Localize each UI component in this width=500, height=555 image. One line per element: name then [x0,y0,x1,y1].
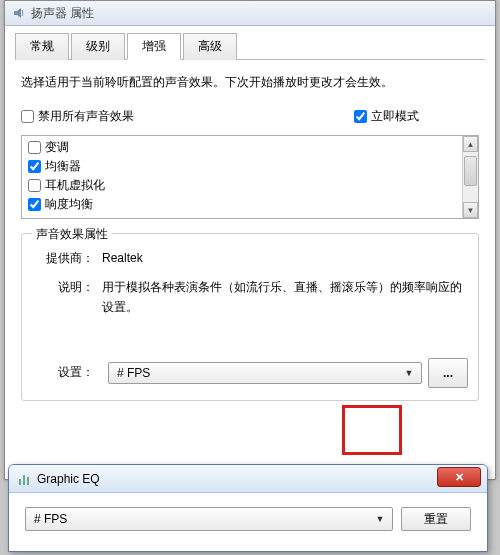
settings-browse-button[interactable]: ... [428,358,468,388]
scrollbar[interactable]: ▲ ▼ [462,136,478,218]
options-row: 禁用所有声音效果 立即模式 [15,106,485,135]
disable-all-effects-checkbox[interactable]: 禁用所有声音效果 [21,108,134,125]
speaker-properties-window: 扬声器 属性 常规 级别 增强 高级 选择适用于当前聆听配置的声音效果。下次开始… [4,0,496,480]
chevron-down-icon: ▼ [401,368,417,378]
effect-checkbox[interactable] [28,198,41,211]
effect-properties-group: 声音效果属性 提供商： Realtek 说明： 用于模拟各种表演条件（如流行乐、… [21,233,479,400]
scroll-thumb[interactable] [464,156,477,186]
scroll-up-button[interactable]: ▲ [463,136,478,152]
client-area: 常规 级别 增强 高级 选择适用于当前聆听配置的声音效果。下次开始播放时更改才会… [5,26,495,411]
eq-icon [17,471,33,487]
immediate-input[interactable] [354,110,367,123]
immediate-label: 立即模式 [371,108,419,125]
eq-window-title: Graphic EQ [37,472,100,486]
tab-advanced[interactable]: 高级 [183,33,237,60]
effect-label: 变调 [45,139,69,156]
scroll-down-button[interactable]: ▼ [463,202,478,218]
scroll-track[interactable] [463,152,478,202]
close-icon: ✕ [455,471,464,484]
list-item[interactable]: 变调 [26,138,458,157]
annotation-highlight [342,405,402,455]
tab-enhancements[interactable]: 增强 [127,33,181,60]
effect-label: 均衡器 [45,158,81,175]
graphic-eq-window: Graphic EQ ✕ # FPS ▼ 重置 [8,464,488,552]
provider-value: Realtek [102,248,468,268]
intro-text: 选择适用于当前聆听配置的声音效果。下次开始播放时更改才会生效。 [15,72,485,106]
titlebar-main[interactable]: 扬声器 属性 [5,1,495,26]
settings-combo-value: # FPS [117,366,401,380]
group-title: 声音效果属性 [32,226,112,243]
description-value: 用于模拟各种表演条件（如流行乐、直播、摇滚乐等）的频率响应的设置。 [102,277,468,318]
effects-listbox[interactable]: 变调 均衡器 耳机虚拟化 响度均衡 ▲ [21,135,479,219]
effect-checkbox[interactable] [28,160,41,173]
effect-checkbox[interactable] [28,179,41,192]
provider-label: 提供商： [32,248,102,268]
settings-combobox[interactable]: # FPS ▼ [108,362,422,384]
reset-button[interactable]: 重置 [401,507,471,531]
titlebar-eq[interactable]: Graphic EQ ✕ [9,465,487,493]
tab-levels[interactable]: 级别 [71,33,125,60]
window-title: 扬声器 属性 [31,5,94,22]
disable-all-input[interactable] [21,110,34,123]
eq-preset-value: # FPS [34,512,372,526]
tab-general[interactable]: 常规 [15,33,69,60]
setting-label: 设置： [32,364,102,381]
list-item[interactable]: 均衡器 [26,157,458,176]
list-item[interactable]: 响度均衡 [26,195,458,214]
effect-label: 耳机虚拟化 [45,177,105,194]
close-button[interactable]: ✕ [437,467,481,487]
effect-label: 响度均衡 [45,196,93,213]
tab-strip: 常规 级别 增强 高级 [15,32,485,60]
svg-rect-1 [23,475,25,485]
effect-checkbox[interactable] [28,141,41,154]
effects-list-inner: 变调 均衡器 耳机虚拟化 响度均衡 [22,136,462,216]
chevron-down-icon: ▼ [372,514,388,524]
list-item[interactable]: 耳机虚拟化 [26,176,458,195]
eq-body: # FPS ▼ 重置 [9,493,487,545]
svg-rect-2 [27,477,29,485]
eq-preset-combobox[interactable]: # FPS ▼ [25,507,393,531]
svg-rect-0 [19,479,21,485]
disable-all-label: 禁用所有声音效果 [38,108,134,125]
speaker-icon [11,5,27,21]
immediate-mode-checkbox[interactable]: 立即模式 [354,108,419,125]
description-label: 说明： [32,277,102,318]
